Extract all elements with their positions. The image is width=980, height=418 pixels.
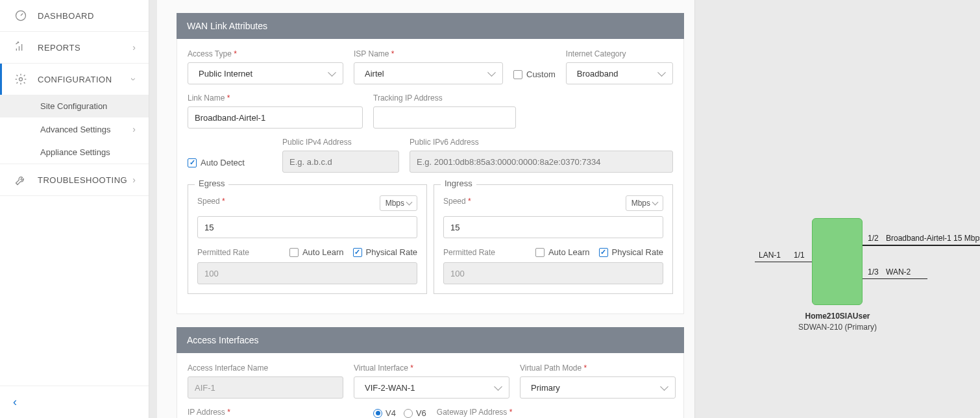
custom-checkbox[interactable]: Custom <box>513 69 556 79</box>
gear-icon <box>13 73 29 86</box>
device-name-label: Home210SIAUser <box>695 312 980 321</box>
nav-configuration-label: CONFIGURATION <box>38 75 132 84</box>
nav-troubleshooting[interactable]: TROUBLESHOOTING › <box>0 164 149 195</box>
sidebar-item-label: Advanced Settings <box>40 125 110 134</box>
access-type-value: Public Internet <box>195 69 252 79</box>
form-area: WAN Link Attributes Access Type Public I… <box>157 0 694 418</box>
ingress-physical-rate-label: Physical Rate <box>612 247 663 257</box>
public-ipv4-label: Public IPv4 Address <box>282 138 399 147</box>
chevron-right-icon: › <box>132 175 136 185</box>
auto-detect-label: Auto Detect <box>201 158 245 167</box>
egress-auto-learn-label: Auto Learn <box>302 247 344 257</box>
chevron-left-icon: ‹ <box>13 395 17 408</box>
checkbox-checked-icon <box>599 248 608 257</box>
egress-physical-rate-checkbox[interactable]: Physical Rate <box>353 247 417 257</box>
gateway-ip-label: Gateway IP Address <box>437 408 673 417</box>
radio-icon <box>404 409 413 418</box>
public-ipv4-input <box>282 151 399 173</box>
virtual-if-value: VIF-2-WAN-1 <box>361 383 415 393</box>
ingress-speed-label: Speed <box>443 197 471 206</box>
ingress-title: Ingress <box>441 178 476 188</box>
sidebar-item-appliance-settings[interactable]: Appliance Settings <box>0 141 149 164</box>
svg-point-1 <box>19 78 23 81</box>
gauge-icon <box>13 9 29 22</box>
nav-configuration[interactable]: CONFIGURATION › <box>0 64 149 95</box>
wrench-icon <box>13 173 29 186</box>
ingress-physical-rate-checkbox[interactable]: Physical Rate <box>599 247 663 257</box>
wan1-link-line <box>863 245 980 246</box>
wan2-port-label: 1/3 <box>868 267 879 277</box>
sidebar-item-label: Site Configuration <box>40 101 107 111</box>
sidebar-item-site-configuration[interactable]: Site Configuration <box>0 95 149 117</box>
internet-category-value: Broadband <box>573 69 619 79</box>
virtual-path-select[interactable]: Primary <box>520 376 676 399</box>
chart-icon <box>13 41 29 54</box>
egress-unit-select[interactable]: Mbps <box>380 195 417 211</box>
wan1-port-label: 1/2 <box>868 234 879 243</box>
wan2-link-line <box>863 278 927 279</box>
chevron-right-icon: › <box>132 124 136 134</box>
access-interfaces-panel: Access Interface Name Virtual Interface … <box>177 353 684 418</box>
access-type-select[interactable]: Public Internet <box>188 62 343 84</box>
egress-permitted-label: Permitted Rate <box>197 248 249 257</box>
auto-detect-checkbox[interactable]: Auto Detect <box>188 158 272 167</box>
checkbox-icon <box>289 248 299 257</box>
checkbox-checked-icon <box>188 158 197 167</box>
egress-speed-label: Speed <box>197 197 225 206</box>
egress-speed-input[interactable] <box>197 216 417 238</box>
link-name-input[interactable] <box>188 106 363 129</box>
lan-link-line <box>755 262 812 262</box>
ingress-unit-value: Mbps <box>631 199 650 208</box>
ingress-permitted-label: Permitted Rate <box>443 248 495 257</box>
internet-category-select[interactable]: Broadband <box>566 62 673 84</box>
sidebar: DASHBOARD REPORTS › CONFIGURATION › Site… <box>0 0 149 418</box>
public-ipv6-input <box>410 151 673 173</box>
ip-v4-label: V4 <box>386 408 396 418</box>
nav-reports[interactable]: REPORTS › <box>0 32 149 63</box>
ip-v4-radio[interactable]: V4 <box>373 408 396 418</box>
checkbox-icon <box>535 248 545 257</box>
tracking-ip-label: Tracking IP Address <box>373 93 516 103</box>
ip-v6-radio[interactable]: V6 <box>404 408 426 418</box>
nav-troubleshooting-label: TROUBLESHOOTING <box>38 175 132 185</box>
chevron-down-icon: › <box>129 78 140 81</box>
internet-category-label: Internet Category <box>566 49 673 58</box>
tracking-ip-input[interactable] <box>373 106 516 129</box>
ingress-speed-input[interactable] <box>443 216 663 238</box>
virtual-path-value: Primary <box>527 383 560 393</box>
ingress-permitted-input <box>443 262 663 284</box>
custom-label: Custom <box>526 69 556 79</box>
isp-name-label: ISP Name <box>354 49 503 58</box>
link-name-label: Link Name <box>188 93 363 103</box>
virtual-if-select[interactable]: VIF-2-WAN-1 <box>354 376 509 399</box>
access-interfaces-header: Access Interfaces <box>177 327 684 353</box>
wan-link-attributes-header: WAN Link Attributes <box>177 13 684 39</box>
configuration-submenu: Site Configuration Advanced Settings › A… <box>0 95 149 164</box>
egress-title: Egress <box>195 178 228 188</box>
nav-dashboard[interactable]: DASHBOARD <box>0 0 149 31</box>
wan1-name-label: Broadband-Airtel-1 15 Mbps↑ 15 Mbps↓ <box>886 234 980 243</box>
egress-auto-learn-checkbox[interactable]: Auto Learn <box>289 247 344 257</box>
access-if-name-label: Access Interface Name <box>188 363 343 373</box>
topology-diagram: LAN-1 1/1 1/2 Broadband-Airtel-1 15 Mbps… <box>694 0 980 418</box>
egress-physical-rate-label: Physical Rate <box>366 247 417 257</box>
lan-name-label: LAN-1 <box>759 251 781 260</box>
radio-checked-icon <box>373 409 382 418</box>
sidebar-item-label: Appliance Settings <box>40 147 110 157</box>
ingress-unit-select[interactable]: Mbps <box>626 195 663 211</box>
sidebar-collapse-button[interactable]: ‹ <box>0 386 149 418</box>
access-if-name-input <box>188 376 343 399</box>
lan-port-label: 1/1 <box>794 251 805 260</box>
ingress-auto-learn-checkbox[interactable]: Auto Learn <box>535 247 590 257</box>
sidebar-item-advanced-settings[interactable]: Advanced Settings › <box>0 117 149 141</box>
checkbox-checked-icon <box>353 248 362 257</box>
device-node[interactable] <box>812 218 863 305</box>
ingress-auto-learn-label: Auto Learn <box>548 247 590 257</box>
nav-dashboard-label: DASHBOARD <box>38 11 136 21</box>
access-type-label: Access Type <box>188 49 343 58</box>
virtual-if-label: Virtual Interface <box>354 363 509 373</box>
isp-name-select[interactable]: Airtel <box>354 62 503 84</box>
checkbox-icon <box>513 70 522 79</box>
scroll-gutter <box>149 0 157 418</box>
wan-link-attributes-panel: Access Type Public Internet ISP Name Air… <box>177 39 684 314</box>
